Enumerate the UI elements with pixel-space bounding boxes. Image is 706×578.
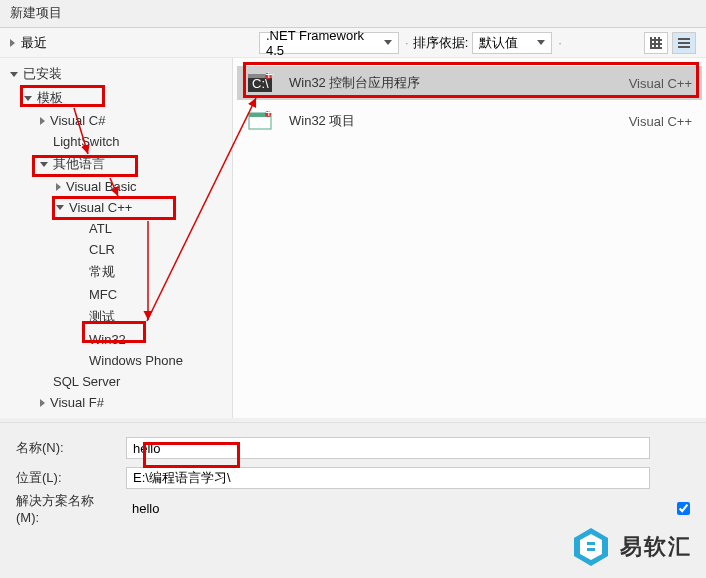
template-list: C:\++ Win32 控制台应用程序 Visual C++ ++ Win32 … — [233, 58, 706, 418]
sidebar-label: Visual C++ — [69, 200, 132, 215]
chevron-down-icon — [537, 40, 545, 45]
sort-value: 默认值 — [479, 34, 518, 52]
chevron-down-icon — [40, 162, 48, 167]
sidebar-item-windows-phone[interactable]: Windows Phone — [0, 350, 232, 371]
template-language: Visual C++ — [612, 114, 692, 129]
sidebar-item-visual-csharp[interactable]: Visual C# — [0, 110, 232, 131]
sidebar-label: Win32 — [89, 332, 126, 347]
sidebar-label: CLR — [89, 242, 115, 257]
template-name: Win32 项目 — [289, 112, 598, 130]
sidebar-item-sql-server[interactable]: SQL Server — [0, 371, 232, 392]
recent-label[interactable]: 最近 — [21, 34, 47, 52]
sort-dropdown[interactable]: 默认值 — [472, 32, 552, 54]
hex-icon — [570, 526, 612, 568]
svg-rect-16 — [587, 548, 595, 551]
sidebar-item-atl[interactable]: ATL — [0, 218, 232, 239]
sidebar-label: 已安装 — [23, 65, 62, 83]
template-item-win32-project[interactable]: ++ Win32 项目 Visual C++ — [237, 104, 702, 138]
name-label: 名称(N): — [16, 439, 116, 457]
sidebar-label: LightSwitch — [53, 134, 119, 149]
logo-text: 易软汇 — [620, 532, 692, 562]
sidebar-item-lightswitch[interactable]: LightSwitch — [0, 131, 232, 152]
location-label: 位置(L): — [16, 469, 116, 487]
sidebar-label: SQL Server — [53, 374, 120, 389]
svg-text:++: ++ — [265, 72, 274, 82]
chevron-right-icon — [56, 183, 61, 191]
grid-icon — [650, 37, 662, 49]
sidebar-item-visual-fsharp[interactable]: Visual F# — [0, 392, 232, 413]
sidebar-label: Visual F# — [50, 395, 104, 410]
title-bar: 新建项目 — [0, 0, 706, 28]
svg-rect-15 — [587, 542, 595, 545]
sidebar-item-win32[interactable]: Win32 — [0, 329, 232, 350]
template-name: Win32 控制台应用程序 — [289, 74, 598, 92]
form-area: 名称(N): 位置(L): 解决方案名称(M): hello — [0, 422, 706, 533]
separator-dot: · — [405, 35, 409, 50]
sidebar-item-templates[interactable]: 模板 — [0, 86, 232, 110]
sidebar-item-visual-cpp[interactable]: Visual C++ — [0, 197, 232, 218]
chevron-right-icon — [40, 117, 45, 125]
sidebar-label: 常规 — [89, 263, 115, 281]
sidebar-item-visual-basic[interactable]: Visual Basic — [0, 176, 232, 197]
sidebar-label: Visual Basic — [66, 179, 137, 194]
chevron-down-icon — [56, 205, 64, 210]
template-language: Visual C++ — [612, 76, 692, 91]
sidebar-label: 其他语言 — [53, 155, 105, 173]
sidebar: 已安装 模板 Visual C# LightSwitch 其他语言 Visual… — [0, 58, 233, 418]
template-item-win32-console[interactable]: C:\++ Win32 控制台应用程序 Visual C++ — [237, 66, 702, 100]
sidebar-item-other-languages[interactable]: 其他语言 — [0, 152, 232, 176]
chevron-right-icon — [40, 399, 45, 407]
solution-name-value: hello — [126, 499, 165, 518]
sidebar-label: 模板 — [37, 89, 63, 107]
sidebar-item-installed[interactable]: 已安装 — [0, 62, 232, 86]
toolbar: 最近 .NET Framework 4.5 · 排序依据: 默认值 · — [0, 28, 706, 58]
main-area: 已安装 模板 Visual C# LightSwitch 其他语言 Visual… — [0, 58, 706, 418]
view-grid-button[interactable] — [644, 32, 668, 54]
sidebar-label: Windows Phone — [89, 353, 183, 368]
window-app-icon: ++ — [247, 110, 275, 132]
watermark-logo: 易软汇 — [570, 526, 692, 568]
sidebar-item-clr[interactable]: CLR — [0, 239, 232, 260]
solution-name-label: 解决方案名称(M): — [16, 492, 116, 525]
framework-dropdown[interactable]: .NET Framework 4.5 — [259, 32, 399, 54]
sidebar-item-test[interactable]: 测试 — [0, 305, 232, 329]
sidebar-label: 测试 — [89, 308, 115, 326]
sidebar-label: MFC — [89, 287, 117, 302]
svg-text:++: ++ — [265, 110, 274, 120]
sidebar-label: Visual C# — [50, 113, 105, 128]
separator-dot: · — [558, 35, 562, 50]
location-input[interactable] — [126, 467, 650, 489]
console-app-icon: C:\++ — [247, 72, 275, 94]
chevron-down-icon — [24, 96, 32, 101]
window-title: 新建项目 — [10, 5, 62, 20]
view-list-button[interactable] — [672, 32, 696, 54]
list-icon — [678, 38, 690, 48]
name-input[interactable] — [126, 437, 650, 459]
sidebar-item-mfc[interactable]: MFC — [0, 284, 232, 305]
sort-label: 排序依据: — [413, 34, 469, 52]
sidebar-item-general[interactable]: 常规 — [0, 260, 232, 284]
framework-value: .NET Framework 4.5 — [266, 28, 378, 58]
chevron-down-icon — [384, 40, 392, 45]
solution-checkbox[interactable] — [677, 502, 690, 515]
chevron-right-icon — [10, 39, 15, 47]
chevron-down-icon — [10, 72, 18, 77]
sidebar-label: ATL — [89, 221, 112, 236]
